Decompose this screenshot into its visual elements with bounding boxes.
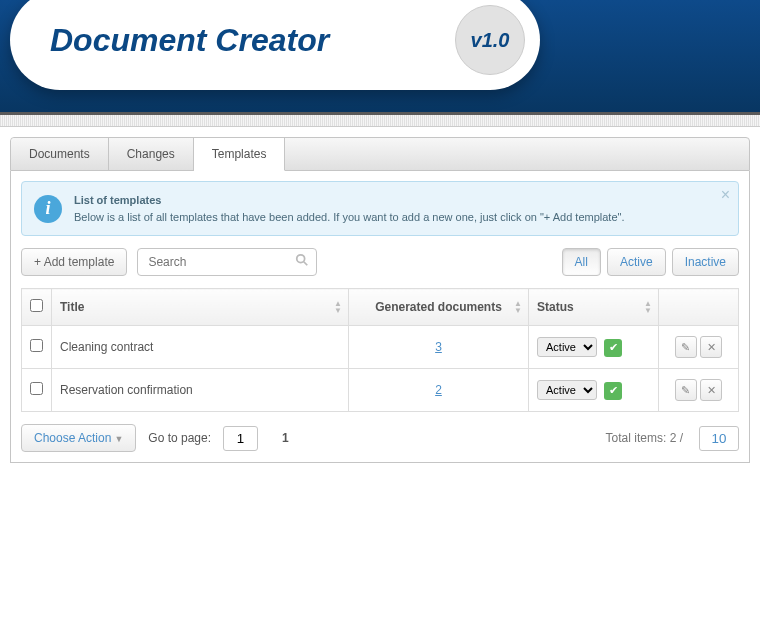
filter-all-button[interactable]: All	[562, 248, 601, 276]
tab-changes[interactable]: Changes	[109, 138, 194, 170]
info-text: List of templates Below is a list of all…	[74, 192, 625, 225]
sort-icon[interactable]: ▲▼	[644, 300, 652, 314]
tab-templates[interactable]: Templates	[194, 138, 286, 171]
app-header: Document Creator v1.0	[0, 0, 760, 115]
row-checkbox[interactable]	[30, 382, 43, 395]
footer-bar: Choose Action▼ Go to page: 1 Total items…	[21, 424, 739, 452]
table-row: Reservation confirmation 2 Active ✔ ✎ ✕	[22, 369, 739, 412]
header-strip	[0, 115, 760, 127]
search-input[interactable]	[137, 248, 317, 276]
col-status: Status ▲▼	[529, 289, 659, 326]
filter-group: All Active Inactive	[562, 248, 739, 276]
table-row: Cleaning contract 3 Active ✔ ✎ ✕	[22, 326, 739, 369]
toolbar: + Add template All Active Inactive	[21, 248, 739, 276]
row-title: Cleaning contract	[52, 326, 349, 369]
info-body: Below is a list of all templates that ha…	[74, 211, 625, 223]
edit-button[interactable]: ✎	[675, 336, 697, 358]
info-box: i List of templates Below is a list of a…	[21, 181, 739, 236]
svg-point-0	[297, 255, 305, 263]
status-select[interactable]: Active	[537, 337, 597, 357]
generated-link[interactable]: 2	[435, 383, 442, 397]
header-pill: Document Creator v1.0	[10, 0, 540, 90]
check-icon: ✔	[604, 339, 622, 357]
col-actions	[659, 289, 739, 326]
add-template-button[interactable]: + Add template	[21, 248, 127, 276]
filter-active-button[interactable]: Active	[607, 248, 666, 276]
goto-page-input[interactable]	[223, 426, 258, 451]
per-page-input[interactable]	[699, 426, 739, 451]
goto-page-label: Go to page:	[148, 431, 211, 445]
check-icon: ✔	[604, 382, 622, 400]
edit-button[interactable]: ✎	[675, 379, 697, 401]
app-title: Document Creator	[50, 22, 455, 59]
status-select[interactable]: Active	[537, 380, 597, 400]
delete-button[interactable]: ✕	[700, 379, 722, 401]
row-title: Reservation confirmation	[52, 369, 349, 412]
total-items-label: Total items: 2 /	[606, 431, 683, 445]
current-page: 1	[282, 431, 289, 445]
version-badge: v1.0	[455, 5, 525, 75]
col-generated: Generated documents ▲▼	[349, 289, 529, 326]
row-checkbox[interactable]	[30, 339, 43, 352]
svg-line-1	[304, 262, 308, 266]
info-title: List of templates	[74, 192, 625, 209]
filter-inactive-button[interactable]: Inactive	[672, 248, 739, 276]
templates-table: Title ▲▼ Generated documents ▲▼ Status ▲…	[21, 288, 739, 412]
col-title: Title ▲▼	[52, 289, 349, 326]
sort-icon[interactable]: ▲▼	[514, 300, 522, 314]
close-icon[interactable]: ×	[721, 186, 730, 204]
search-icon	[295, 253, 309, 270]
tab-documents[interactable]: Documents	[11, 138, 109, 170]
sort-icon[interactable]: ▲▼	[334, 300, 342, 314]
delete-button[interactable]: ✕	[700, 336, 722, 358]
tab-bar: Documents Changes Templates	[10, 137, 750, 171]
generated-link[interactable]: 3	[435, 340, 442, 354]
chevron-down-icon: ▼	[114, 434, 123, 444]
info-icon: i	[34, 195, 62, 223]
select-all-checkbox[interactable]	[30, 299, 43, 312]
choose-action-button[interactable]: Choose Action▼	[21, 424, 136, 452]
